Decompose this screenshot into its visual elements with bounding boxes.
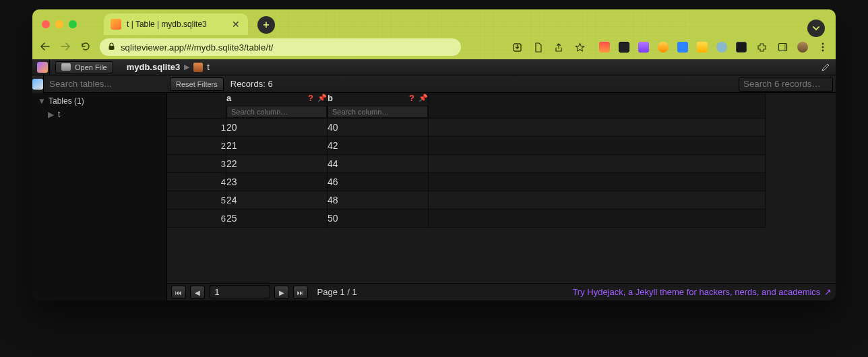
caret-down-icon: ▼ [38,96,44,106]
page-icon[interactable] [532,41,544,53]
extension-6-icon[interactable] [697,42,708,53]
table-row[interactable]: 42346 [167,173,766,191]
filler-cell [429,173,766,191]
app-logo-icon [35,60,50,75]
nav-reload-button[interactable] [80,41,92,54]
window-close-button[interactable] [42,20,50,28]
column-name: a [226,93,231,103]
open-file-button[interactable]: Open File [55,61,113,73]
pager: ⏮ ◀ ▶ ⏭ [171,285,309,299]
extension-3-icon[interactable] [638,42,649,53]
new-tab-button[interactable]: + [257,16,275,34]
cell[interactable]: 44 [328,155,429,173]
window-maximize-button[interactable] [69,20,77,28]
search-records-input[interactable] [739,77,833,92]
column-type-unknown-icon[interactable]: ? [308,93,313,103]
edit-button[interactable] [818,61,833,74]
pager-prev-button[interactable]: ◀ [190,286,205,299]
cell[interactable]: 42 [328,137,429,155]
extensions-puzzle-icon[interactable] [755,41,768,53]
favicon-icon [111,19,121,30]
corner-cell [167,93,226,119]
table-row[interactable]: 32244 [167,155,766,173]
chrome-menu-icon[interactable] [817,41,829,53]
column-pin-icon[interactable]: 📌 [418,94,428,102]
tree-group-label: Tables (1) [49,96,84,106]
cell[interactable]: 20 [226,119,328,137]
cell[interactable]: 48 [328,191,429,209]
star-icon[interactable] [574,41,586,53]
column-type-unknown-icon[interactable]: ? [409,93,414,103]
extension-7-icon[interactable] [716,42,727,53]
cell[interactable]: 46 [328,173,429,191]
reset-filters-button[interactable]: Reset Filters [170,77,224,91]
column-pin-icon[interactable]: 📌 [317,94,327,102]
window-controls[interactable] [42,20,77,28]
breadcrumb-db[interactable]: mydb.sqlite3 [127,62,180,72]
url-text: sqliteviewer.app/#/mydb.sqlite3/table/t/ [121,42,274,53]
cell[interactable]: 50 [328,209,429,228]
tab-overflow-button[interactable] [807,20,825,37]
filler-cell [429,191,766,209]
filler-cell [429,137,766,155]
svg-point-6 [822,50,824,52]
pager-last-button[interactable]: ⏭ [293,286,308,299]
cell[interactable]: 40 [328,119,429,137]
data-table: a ? 📌 b ? [167,93,766,228]
cell[interactable]: 25 [226,209,328,228]
table-row[interactable]: 62550 [167,209,766,228]
tab-close-button[interactable]: ✕ [230,19,241,30]
sidebar-tool-button[interactable] [32,75,44,93]
column-search-input-a[interactable] [226,106,327,118]
extension-8-icon[interactable] [736,42,747,53]
extension-5-icon[interactable] [677,42,688,53]
extension-icons [599,41,829,53]
open-file-label: Open File [75,63,107,71]
cell[interactable]: 21 [226,137,328,155]
search-tables-input[interactable] [44,75,168,93]
cell[interactable]: 24 [226,191,328,209]
filler-cell [429,209,766,228]
table-row[interactable]: 12040 [167,119,766,137]
column-header-b[interactable]: b ? 📌 [328,93,429,119]
promo-link[interactable]: Try Hydejack, a Jekyll theme for hackers… [572,287,832,297]
extension-1-icon[interactable] [599,42,610,53]
pager-page-input[interactable] [210,285,270,298]
row-number: 5 [167,191,226,209]
cell[interactable]: 22 [226,155,328,173]
window-minimize-button[interactable] [55,20,63,28]
browser-chrome: t | Table | mydb.sqlite3 ✕ + [32,9,836,59]
profile-avatar-icon[interactable] [797,42,808,53]
extension-2-icon[interactable] [619,42,629,53]
nav-forward-button[interactable] [59,42,71,53]
install-app-icon[interactable] [511,41,523,53]
column-search-input-b[interactable] [328,106,428,118]
cell[interactable]: 23 [226,173,328,191]
pager-first-button[interactable]: ⏮ [171,286,186,299]
chevron-right-icon: ▶ [184,63,189,71]
column-header-a[interactable]: a ? 📌 [226,93,328,119]
row-number: 3 [167,155,226,173]
breadcrumb[interactable]: mydb.sqlite3 ▶ t [127,62,210,72]
table-row[interactable]: 52448 [167,191,766,209]
pager-next-button[interactable]: ▶ [274,286,289,299]
address-bar[interactable]: sqliteviewer.app/#/mydb.sqlite3/table/t/ [100,38,461,56]
tree-group-tables[interactable]: ▼ Tables (1) [32,94,166,108]
folder-icon [61,63,71,71]
row-number: 2 [167,137,226,155]
nav-back-button[interactable] [39,42,51,53]
extension-4-icon[interactable] [658,42,669,53]
tree-item-table[interactable]: ▶ t [32,108,166,121]
row-number: 6 [167,209,226,228]
lock-icon [108,42,115,52]
breadcrumb-table[interactable]: t [207,62,210,72]
column-header-filler [429,93,766,119]
table-icon [193,63,203,72]
table-row[interactable]: 22142 [167,137,766,155]
records-label: Records: 6 [230,79,273,89]
database-icon [32,79,43,90]
browser-tab[interactable]: t | Table | mydb.sqlite3 ✕ [104,13,248,35]
svg-point-5 [822,46,824,48]
bookmarks-side-icon[interactable] [776,41,788,53]
share-icon[interactable] [553,41,565,53]
